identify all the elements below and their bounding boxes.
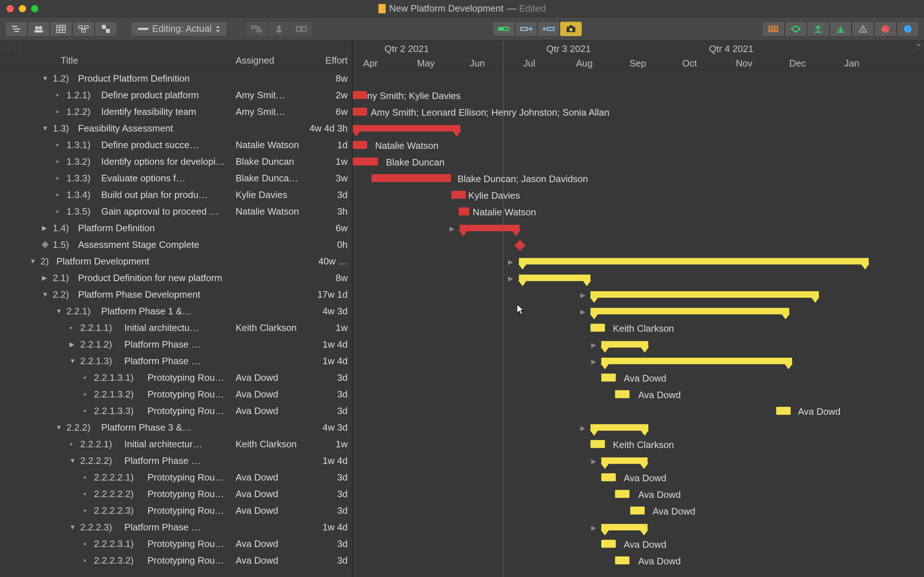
summary-disclosure[interactable]: ▶ bbox=[591, 341, 596, 349]
task-title[interactable]: Assessment Stage Complete bbox=[78, 239, 227, 250]
task-row[interactable]: ▼2.2.1.3)Platform Phase …1w 4d bbox=[0, 353, 352, 369]
view-gantt-button[interactable] bbox=[5, 21, 27, 37]
gantt-row[interactable]: ▶ bbox=[353, 419, 924, 436]
gantt-row[interactable]: ▶ bbox=[353, 336, 924, 353]
reschedule-button[interactable] bbox=[515, 21, 537, 37]
gantt-row[interactable]: ▶ bbox=[353, 269, 924, 286]
gantt-row[interactable] bbox=[353, 70, 924, 87]
disclosure-triangle[interactable]: ▼ bbox=[56, 424, 62, 431]
task-row[interactable]: ●2.2.2.2.1)Prototyping Round 1Ava Dowd3d bbox=[0, 469, 352, 485]
task-title[interactable]: Platform Definition bbox=[78, 222, 227, 234]
task-title[interactable]: Platform Phase 1 &… bbox=[101, 306, 227, 317]
task-row[interactable]: ▼2.2.1)Platform Phase 1 &…4w 3d bbox=[0, 303, 352, 319]
task-title[interactable]: Product Platform Definition bbox=[78, 73, 227, 84]
summary-bar[interactable] bbox=[460, 225, 520, 231]
task-row[interactable]: ▼2)Platform Development40w … bbox=[0, 253, 352, 269]
gantt-row[interactable]: Kylie Davies bbox=[353, 187, 924, 203]
task-row[interactable]: ▼2.2)Platform Phase Development17w 1d bbox=[0, 286, 352, 303]
disclosure-triangle[interactable]: ▶ bbox=[42, 225, 47, 231]
critical-path-button[interactable] bbox=[762, 21, 785, 37]
task-title[interactable]: Identify feasibility team bbox=[101, 106, 227, 118]
gantt-row[interactable]: Keith Clarkson bbox=[353, 319, 924, 336]
disclosure-triangle[interactable]: ▼ bbox=[56, 308, 62, 314]
task-title[interactable]: Product Definition for new platform bbox=[78, 272, 227, 284]
summary-disclosure[interactable]: ▶ bbox=[581, 424, 585, 432]
task-title[interactable]: Prototyping Round 1 bbox=[147, 372, 227, 384]
column-header-effort[interactable]: Effort bbox=[325, 55, 348, 66]
summary-bar[interactable] bbox=[590, 291, 819, 298]
column-header-title[interactable]: Title bbox=[61, 55, 78, 66]
gantt-row[interactable]: Keith Clarkson bbox=[353, 436, 924, 452]
gantt-pane[interactable]: + Qtr 2 2021Qtr 3 2021Qtr 4 2021AprMayJu… bbox=[353, 40, 924, 577]
hand-tool-icon[interactable] bbox=[2, 42, 10, 50]
view-styles-button[interactable] bbox=[95, 21, 117, 37]
disclosure-triangle[interactable]: ▼ bbox=[42, 75, 48, 82]
editing-mode-dropdown[interactable]: Editing: Actual bbox=[131, 21, 227, 37]
task-row[interactable]: ●2.2.1.1)Initial architectu…Keith Clarks… bbox=[0, 319, 352, 336]
task-bar[interactable] bbox=[776, 407, 791, 415]
task-row[interactable]: ●2.2.2.2.3)Prototyping Round 3Ava Dowd3d bbox=[0, 502, 352, 519]
gantt-row[interactable]: ▶ bbox=[353, 519, 924, 535]
task-bar[interactable] bbox=[601, 374, 616, 382]
gantt-row[interactable]: Ava Dowd bbox=[353, 386, 924, 403]
task-title[interactable]: Prototyping Round 3 bbox=[147, 505, 227, 516]
task-title[interactable]: Prototyping Round 2 bbox=[147, 488, 227, 500]
task-title[interactable]: Build out plan for produ… bbox=[101, 189, 227, 200]
task-row[interactable]: ●1.2.2)Identify feasibility teamAmy Smit… bbox=[0, 103, 352, 120]
attach-button[interactable] bbox=[290, 21, 313, 37]
task-title[interactable]: Prototyping Round 2 bbox=[147, 389, 227, 400]
task-title[interactable]: Prototyping Round 1 bbox=[147, 538, 227, 550]
task-row[interactable]: ▼2.2.2.3)Platform Phase …1w 4d bbox=[0, 519, 352, 535]
gantt-row[interactable]: ▶ bbox=[353, 220, 924, 236]
zoom-window-button[interactable] bbox=[31, 5, 38, 12]
task-row[interactable]: ●1.2.1)Define product platformAmy Smit…2… bbox=[0, 87, 352, 103]
summary-bar[interactable] bbox=[601, 341, 648, 348]
summary-disclosure[interactable]: ▶ bbox=[508, 258, 513, 266]
view-calendar-button[interactable] bbox=[50, 21, 72, 37]
gantt-row[interactable]: ▶ bbox=[353, 286, 924, 303]
milestone-marker[interactable] bbox=[514, 240, 526, 251]
gantt-row[interactable]: ▶ bbox=[353, 452, 924, 469]
task-bar[interactable] bbox=[353, 141, 367, 149]
snapshot-button[interactable] bbox=[560, 21, 582, 37]
task-row[interactable]: ●2.2.1.3.3)Prototyping Round 3Ava Dowd3d bbox=[0, 403, 352, 419]
task-title[interactable]: Prototyping Round 2 bbox=[147, 555, 227, 566]
task-title[interactable]: Platform Phase 3 &… bbox=[101, 422, 227, 433]
export-button[interactable] bbox=[807, 21, 829, 37]
task-title[interactable]: Platform Phase … bbox=[124, 522, 227, 533]
minimize-window-button[interactable] bbox=[19, 5, 26, 12]
task-title[interactable]: Platform Phase … bbox=[124, 455, 227, 466]
gantt-row[interactable]: Ava Dowd bbox=[353, 535, 924, 552]
task-row[interactable]: ▼1.3)Feasibility Assessment4w 4d 3h bbox=[0, 120, 352, 137]
gantt-row[interactable]: Ava Dowd bbox=[353, 502, 924, 519]
task-bar[interactable] bbox=[615, 556, 629, 564]
gantt-row[interactable]: Ava Dowd bbox=[353, 403, 924, 419]
summary-bar[interactable] bbox=[519, 275, 590, 281]
task-row[interactable]: ●2.2.1.3.1)Prototyping Round 1Ava Dowd3d bbox=[0, 369, 352, 386]
summary-disclosure[interactable]: ▶ bbox=[508, 275, 513, 282]
gantt-row[interactable]: ▶ bbox=[353, 353, 924, 369]
gantt-row[interactable]: Ava Dowd bbox=[353, 552, 924, 569]
task-row[interactable]: ●2.2.1.3.2)Prototyping Round 2Ava Dowd3d bbox=[0, 386, 352, 403]
task-title[interactable]: Feasibility Assessment bbox=[78, 123, 227, 134]
note-tool-icon[interactable] bbox=[13, 42, 21, 50]
catch-up-button[interactable] bbox=[493, 21, 515, 37]
view-resources-button[interactable] bbox=[27, 21, 50, 37]
task-row[interactable]: ●1.3.4)Build out plan for produ…Kylie Da… bbox=[0, 187, 352, 203]
disclosure-triangle[interactable]: ▼ bbox=[42, 291, 48, 298]
gantt-row[interactable]: Amy Smith; Leonard Ellison; Henry Johnst… bbox=[353, 103, 924, 120]
summary-bar[interactable] bbox=[590, 424, 648, 431]
gantt-row[interactable]: Blake Duncan bbox=[353, 153, 924, 170]
gantt-row[interactable] bbox=[353, 236, 924, 253]
task-bar[interactable] bbox=[590, 324, 605, 332]
task-title[interactable]: Platform Phase Development bbox=[78, 289, 227, 300]
summary-bar[interactable] bbox=[519, 258, 869, 264]
task-title[interactable]: Define product platform bbox=[101, 90, 227, 101]
level-button[interactable] bbox=[537, 21, 560, 37]
gantt-row[interactable]: Ava Dowd bbox=[353, 485, 924, 502]
task-title[interactable]: Evaluate options f… bbox=[101, 173, 227, 184]
assign-resource-button[interactable] bbox=[268, 21, 290, 37]
task-bar[interactable] bbox=[452, 191, 466, 199]
task-bar[interactable] bbox=[601, 540, 616, 548]
link-tasks-button[interactable] bbox=[245, 21, 268, 37]
